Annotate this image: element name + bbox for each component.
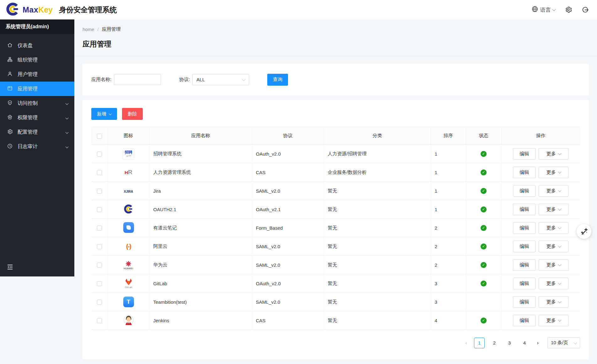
more-button[interactable]: 更多 bbox=[539, 148, 568, 160]
chevron-down-icon bbox=[558, 300, 561, 303]
chevron-down-icon bbox=[109, 112, 112, 115]
category-cell: 企业服务/数据分析 bbox=[324, 163, 431, 182]
table-header-row: 图标应用名称协议分类排序状态操作 bbox=[91, 127, 580, 145]
row-checkbox[interactable] bbox=[97, 207, 102, 212]
edit-button[interactable]: 编辑 bbox=[513, 259, 536, 271]
app-name-cell: 人力资源管理系统 bbox=[149, 163, 252, 182]
page-size-select[interactable]: 10 条/页 bbox=[547, 337, 580, 348]
actions-cell: 编辑更多 bbox=[501, 237, 580, 256]
status-cell: ✓ bbox=[466, 145, 501, 163]
chevron-down-icon bbox=[558, 263, 561, 266]
chevron-down-icon bbox=[66, 102, 69, 105]
status-active-icon: ✓ bbox=[481, 151, 487, 157]
more-button[interactable]: 更多 bbox=[539, 222, 568, 234]
row-checkbox[interactable] bbox=[97, 170, 102, 175]
row-checkbox[interactable] bbox=[97, 318, 102, 323]
language-label: 语言 bbox=[540, 6, 551, 13]
row-checkbox[interactable] bbox=[97, 263, 102, 268]
edit-button[interactable]: 编辑 bbox=[513, 241, 536, 252]
language-menu[interactable]: 语言 bbox=[531, 6, 555, 14]
page-size-value: 10 条/页 bbox=[551, 340, 568, 346]
more-button[interactable]: 更多 bbox=[539, 259, 568, 271]
teambition-app-icon: T bbox=[123, 297, 134, 307]
sidebar-item-8[interactable]: 日志审计 bbox=[0, 139, 74, 154]
row-checkbox[interactable] bbox=[97, 244, 102, 249]
sort-cell: 1 bbox=[431, 200, 466, 219]
edit-button[interactable]: 编辑 bbox=[513, 148, 536, 160]
search-panel: 应用名称: 协议: ALL 查询 bbox=[83, 64, 589, 95]
org-chart-icon bbox=[7, 56, 13, 64]
user-icon bbox=[7, 71, 13, 78]
table-row: HUAWEI华为云SAML_v2.0暂无2✓编辑更多 bbox=[91, 256, 580, 274]
column-header: 协议 bbox=[252, 127, 324, 145]
more-button[interactable]: 更多 bbox=[539, 185, 568, 197]
chevron-down-icon bbox=[558, 281, 561, 285]
brand-key: Key bbox=[38, 5, 53, 14]
more-button[interactable]: 更多 bbox=[539, 315, 568, 326]
page-button-1[interactable]: 1 bbox=[474, 338, 485, 348]
delete-button[interactable]: 删除 bbox=[122, 108, 143, 120]
edit-button[interactable]: 编辑 bbox=[513, 278, 536, 289]
gem-icon bbox=[7, 114, 13, 121]
sidebar-item-3[interactable]: 用户管理 bbox=[0, 67, 74, 82]
edit-button[interactable]: 编辑 bbox=[513, 185, 536, 197]
protocol-cell: Form_Based bbox=[252, 219, 324, 237]
settings-button[interactable] bbox=[565, 6, 572, 13]
edit-button[interactable]: 编辑 bbox=[513, 296, 536, 308]
more-button[interactable]: 更多 bbox=[539, 278, 568, 289]
chevron-down-icon bbox=[558, 207, 561, 211]
protocol-cell: SAML_v2.0 bbox=[252, 182, 324, 200]
column-header: 状态 bbox=[466, 127, 501, 145]
row-checkbox[interactable] bbox=[97, 189, 102, 194]
add-button[interactable]: 新增 bbox=[91, 108, 117, 120]
actions-cell: 编辑更多 bbox=[501, 293, 580, 311]
app-name-input[interactable] bbox=[114, 74, 161, 85]
sidebar-item-1[interactable]: 仪表盘 bbox=[0, 38, 74, 53]
page-button-4[interactable]: 4 bbox=[519, 338, 530, 348]
sidebar-item-2[interactable]: 组织管理 bbox=[0, 53, 74, 67]
more-button[interactable]: 更多 bbox=[539, 167, 568, 178]
status-cell: ✓ bbox=[466, 237, 501, 256]
sidebar-item-6[interactable]: 权限管理 bbox=[0, 110, 74, 125]
search-button[interactable]: 查询 bbox=[267, 74, 288, 86]
magic-wand-floating-button[interactable] bbox=[577, 224, 591, 239]
category-cell: 暂无 bbox=[324, 237, 431, 256]
row-checkbox[interactable] bbox=[97, 152, 102, 157]
column-header: 应用名称 bbox=[149, 127, 252, 145]
edit-button[interactable]: 编辑 bbox=[513, 222, 536, 234]
more-button[interactable]: 更多 bbox=[539, 204, 568, 215]
status-cell: ✓ bbox=[466, 200, 501, 219]
page-button-2[interactable]: 2 bbox=[489, 338, 500, 348]
status-cell: ✓ bbox=[466, 219, 501, 237]
row-checkbox[interactable] bbox=[97, 226, 102, 231]
prev-page-button[interactable]: ‹ bbox=[461, 338, 471, 348]
row-checkbox[interactable] bbox=[97, 281, 102, 286]
chevron-down-icon bbox=[558, 226, 561, 229]
app-name-cell: Teambition(test) bbox=[149, 293, 252, 311]
sidebar-collapse-icon[interactable] bbox=[6, 263, 14, 272]
more-button[interactable]: 更多 bbox=[539, 296, 568, 308]
select-all-checkbox[interactable] bbox=[97, 134, 102, 139]
edit-button[interactable]: 编辑 bbox=[513, 204, 536, 215]
brand-logo: MaxKey 身份安全管理系统 bbox=[6, 2, 117, 18]
sidebar-item-4[interactable]: 应用管理 bbox=[0, 82, 74, 96]
actions-cell: 编辑更多 bbox=[501, 145, 580, 163]
next-page-button[interactable]: › bbox=[533, 338, 542, 348]
row-checkbox[interactable] bbox=[97, 300, 102, 305]
more-button[interactable]: 更多 bbox=[539, 241, 568, 252]
table-row: OAUTH2.1OAuth_v2.1暂无1✓编辑更多 bbox=[91, 200, 580, 219]
status-active-icon: ✓ bbox=[481, 188, 487, 194]
jira-app-icon: XJIRA bbox=[124, 190, 133, 193]
status-cell: ✓ bbox=[466, 311, 501, 330]
logout-button[interactable] bbox=[582, 6, 589, 13]
maxkey-logo-icon bbox=[6, 2, 20, 18]
sidebar-item-5[interactable]: 访问控制 bbox=[0, 96, 74, 110]
edit-button[interactable]: 编辑 bbox=[513, 315, 536, 326]
app-name-cell: Jira bbox=[149, 182, 252, 200]
edit-button[interactable]: 编辑 bbox=[513, 167, 536, 178]
protocol-select[interactable]: ALL bbox=[192, 74, 249, 85]
page-button-3[interactable]: 3 bbox=[504, 338, 515, 348]
breadcrumb-home-link[interactable]: home bbox=[83, 27, 94, 32]
sidebar-item-7[interactable]: 配置管理 bbox=[0, 125, 74, 139]
shield-check-icon bbox=[7, 100, 13, 107]
